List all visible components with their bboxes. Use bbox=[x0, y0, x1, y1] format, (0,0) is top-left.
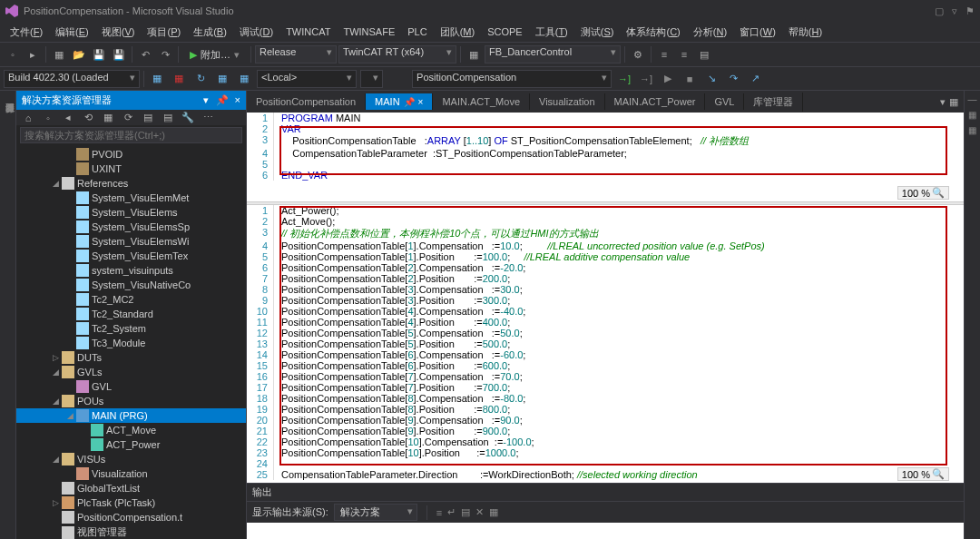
expand-icon[interactable]: ◢ bbox=[53, 179, 62, 188]
login-icon[interactable]: →] bbox=[615, 70, 633, 88]
tree-item[interactable]: system_visuinputs bbox=[16, 263, 246, 278]
editor-tab[interactable]: MAIN.ACT_Power bbox=[605, 93, 706, 110]
tree-item[interactable]: System_VisuElemMet bbox=[16, 191, 246, 205]
editor-tab[interactable]: 库管理器 bbox=[744, 93, 803, 112]
tree-item[interactable]: ▷PlcTask (PlcTask) bbox=[16, 495, 246, 510]
tree-item[interactable]: ◢VISUs bbox=[16, 452, 246, 466]
redo-icon[interactable]: ↷ bbox=[156, 45, 174, 64]
panel-pin-icon[interactable]: 📌 bbox=[216, 94, 229, 105]
wrench-icon[interactable]: 🔧 bbox=[180, 112, 196, 123]
output-source-combo[interactable]: 解决方案 bbox=[334, 504, 417, 521]
code-line[interactable]: PositionCompensationTable[1].Position :=… bbox=[274, 251, 690, 262]
menu-item[interactable]: 视图(V) bbox=[95, 24, 142, 41]
tree-item[interactable]: System_VisuElems bbox=[16, 205, 246, 220]
code-line[interactable]: // 初始化补偿点数和位置，本例程补偿10个点，可以通过HMI的方式输出 bbox=[274, 227, 599, 240]
tree-item[interactable]: UXINT bbox=[16, 162, 246, 176]
tc-icon-1[interactable]: ▦ bbox=[148, 70, 166, 88]
code-line[interactable] bbox=[274, 458, 281, 469]
code-line[interactable]: PROGRAM MAIN bbox=[274, 113, 360, 123]
code-line[interactable]: PositionCompensationTable[4].Position :=… bbox=[274, 317, 510, 328]
menu-item[interactable]: PLC bbox=[401, 24, 433, 39]
left-tool-rail[interactable]: 服务器资源管理器 bbox=[0, 91, 16, 539]
comment-icon[interactable]: ▤ bbox=[695, 45, 713, 64]
tree-item[interactable]: 视图管理器 bbox=[16, 524, 246, 539]
tree-item[interactable]: System_VisuNativeCo bbox=[16, 278, 246, 292]
solution-tree[interactable]: PVOIDUXINT◢ReferencesSystem_VisuElemMetS… bbox=[16, 145, 246, 539]
undo-icon[interactable]: ↶ bbox=[136, 45, 154, 64]
collapse-icon[interactable]: ◦ bbox=[40, 113, 56, 123]
target-project-combo[interactable]: PositionCompensation bbox=[412, 70, 612, 88]
close-icon[interactable]: × bbox=[418, 97, 424, 107]
code-line[interactable]: END_VAR bbox=[274, 170, 328, 181]
code-line[interactable]: PositionCompensationTable[2].Position :=… bbox=[274, 273, 510, 284]
expand-icon[interactable]: ◢ bbox=[53, 455, 62, 464]
menu-item[interactable]: 团队(M) bbox=[434, 24, 482, 41]
target-local-combo[interactable]: <Local> bbox=[257, 70, 357, 88]
rail-icon-2[interactable]: ▦ bbox=[968, 110, 976, 120]
code-line[interactable]: PositionCompensationTable[2].Compensatio… bbox=[274, 262, 525, 273]
editor-tab[interactable]: MAIN📌× bbox=[366, 93, 433, 110]
funnel-icon[interactable]: ▿ bbox=[952, 5, 957, 16]
tree-item[interactable]: ◢MAIN (PRG) bbox=[16, 408, 246, 423]
output-wrap-icon[interactable]: ↵ bbox=[447, 506, 456, 518]
menu-item[interactable]: 窗口(W) bbox=[733, 24, 782, 41]
code-line[interactable]: PositionCompensationTable[8].Compensatio… bbox=[274, 393, 525, 404]
code-line[interactable]: PositionCompensationTable[10].Position :… bbox=[274, 447, 518, 458]
tree-item[interactable]: GVL bbox=[16, 379, 246, 394]
properties-icon[interactable]: ▤ bbox=[140, 112, 156, 123]
declaration-editor[interactable]: 100 %🔍 1PROGRAM MAIN2VAR3 PositionCompen… bbox=[247, 113, 964, 201]
editor-tab[interactable]: PositionCompensation bbox=[247, 93, 366, 110]
tc-icon-3[interactable]: ↻ bbox=[191, 70, 210, 88]
code-line[interactable]: PositionCompensationTable[8].Position :=… bbox=[274, 404, 510, 415]
more-icon[interactable]: ⋯ bbox=[200, 112, 216, 123]
expand-icon[interactable]: ▷ bbox=[53, 498, 62, 507]
nav-fwd-icon[interactable]: ▸ bbox=[24, 45, 42, 64]
code-line[interactable]: PositionCompensationTable[5].Position :=… bbox=[274, 338, 510, 349]
tree-item[interactable]: System_VisuElemTex bbox=[16, 249, 246, 263]
expand-icon[interactable]: ◢ bbox=[53, 368, 62, 377]
tc-icon-5[interactable]: ▦ bbox=[235, 70, 253, 88]
logout-icon[interactable]: →] bbox=[637, 70, 655, 88]
stop-icon[interactable]: ■ bbox=[681, 70, 699, 88]
refresh-icon[interactable]: ⟳ bbox=[120, 112, 136, 123]
step-into-icon[interactable]: ↘ bbox=[702, 70, 720, 88]
menu-item[interactable]: SCOPE bbox=[481, 24, 529, 39]
build-combo[interactable]: Build 4022.30 (Loaded bbox=[4, 70, 140, 88]
step-over-icon[interactable]: ↷ bbox=[724, 70, 742, 88]
new-project-icon[interactable]: ▦ bbox=[50, 45, 68, 64]
tree-item[interactable]: Tc2_Standard bbox=[16, 307, 246, 321]
step-out-icon[interactable]: ↗ bbox=[746, 70, 764, 88]
start-debug-button[interactable]: ▶ 附加… ▾ bbox=[182, 48, 247, 62]
output-find-icon[interactable]: ▦ bbox=[489, 506, 498, 518]
code-line[interactable]: PositionCompensationTable[9].Position :=… bbox=[274, 426, 510, 436]
tree-item[interactable]: ACT_Power bbox=[16, 437, 246, 452]
code-line[interactable]: PositionCompensationTable :ARRAY [1..10]… bbox=[274, 134, 749, 148]
tree-item[interactable]: System_VisuElemsSp bbox=[16, 220, 246, 234]
output-clear-icon[interactable]: ≡ bbox=[436, 507, 442, 518]
tab-book-icon[interactable]: ▦ bbox=[949, 96, 958, 108]
panel-close-icon[interactable]: × bbox=[235, 94, 240, 105]
menu-item[interactable]: TWINCAT bbox=[279, 24, 337, 39]
zoom-badge-2[interactable]: 100 %🔍 bbox=[897, 467, 949, 481]
tree-item[interactable]: ▷DUTs bbox=[16, 350, 246, 365]
save-all-icon[interactable]: 💾 bbox=[110, 45, 128, 64]
tree-item[interactable]: Visualization bbox=[16, 466, 246, 481]
flag-icon[interactable]: ⚑ bbox=[965, 5, 975, 16]
code-line[interactable]: CompensationTableParameter :ST_PositionC… bbox=[274, 148, 627, 159]
tree-item[interactable]: Tc3_Module bbox=[16, 336, 246, 350]
tc-extra-combo[interactable] bbox=[360, 70, 383, 88]
menu-item[interactable]: 体系结构(C) bbox=[620, 24, 686, 41]
code-line[interactable]: PositionCompensationTable[5].Compensatio… bbox=[274, 328, 523, 338]
menu-item[interactable]: 生成(B) bbox=[187, 24, 233, 41]
gear-icon[interactable]: ⚙ bbox=[629, 45, 647, 64]
chat-icon[interactable]: ▢ bbox=[935, 5, 944, 16]
tree-item[interactable]: Tc2_System bbox=[16, 321, 246, 336]
menu-item[interactable]: 帮助(H) bbox=[782, 24, 828, 41]
menu-item[interactable]: 工具(T) bbox=[529, 24, 574, 41]
outdent-icon[interactable]: ≡ bbox=[675, 45, 693, 64]
expand-icon[interactable]: ◢ bbox=[67, 411, 76, 420]
startup-project-combo[interactable]: FB_DancerControl bbox=[485, 45, 621, 64]
code-line[interactable]: PositionCompensationTable[10].Compensati… bbox=[274, 436, 534, 447]
tree-item[interactable]: ◢References bbox=[16, 176, 246, 191]
open-icon[interactable]: 📂 bbox=[70, 45, 88, 64]
